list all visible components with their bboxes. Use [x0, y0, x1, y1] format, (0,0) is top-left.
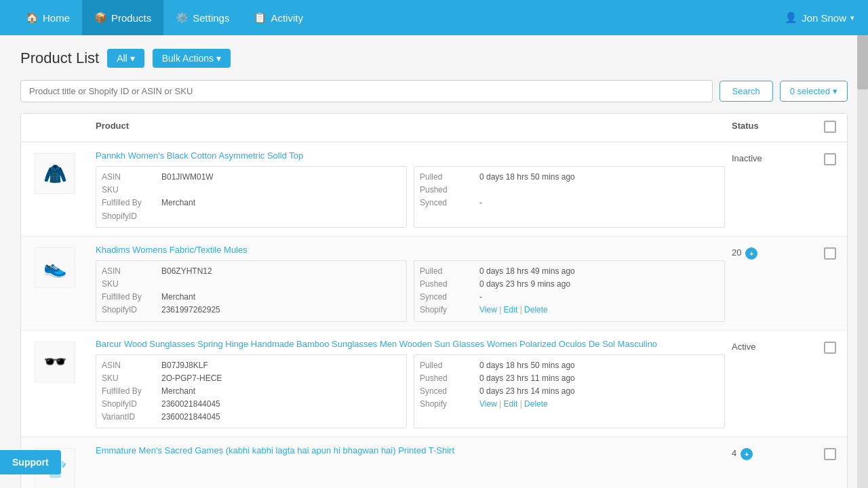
product-check-col	[813, 339, 847, 354]
col-check-header	[813, 121, 847, 135]
asin-row: ASIN B06ZYHTN12	[102, 265, 401, 278]
products-icon: 📦	[94, 12, 107, 24]
product-name-link[interactable]: Khadims Womens Fabric/Textile Mules	[96, 245, 725, 255]
product-image: 👟	[35, 247, 75, 288]
shopify-links-row: Shopify View | Edit | Delete	[420, 304, 719, 317]
row-checkbox[interactable]	[824, 153, 836, 165]
nav-home[interactable]: 🏠 Home	[14, 0, 82, 35]
settings-icon: ⚙️	[176, 12, 189, 24]
product-image-col: 🕶️	[21, 339, 89, 385]
synced-row: Synced -	[420, 197, 719, 209]
bulk-actions-button[interactable]: Bulk Actions ▾	[153, 49, 231, 68]
pushed-row: Pushed 0 days 23 hrs 11 mins ago	[420, 372, 719, 385]
user-name: Jon Snow	[802, 12, 846, 24]
product-details-grid: ASIN B01JIWM01W SKU Fulfilled By Merchan…	[96, 166, 725, 228]
table-row: 👟 Khadims Womens Fabric/Textile Mules AS…	[21, 237, 847, 331]
view-link[interactable]: View	[479, 399, 497, 409]
col-status-header: Status	[732, 121, 813, 135]
asin-row: ASIN B01JIWM01W	[102, 171, 401, 184]
selected-count-label: 0 selected	[790, 86, 830, 96]
asin-row: ASIN B07J9J8KLF	[102, 359, 401, 372]
status-badge: Inactive	[732, 153, 762, 163]
user-icon: 👤	[785, 12, 797, 24]
table-row: 🕶️ Barcur Wood Sunglasses Spring Hinge H…	[21, 331, 847, 438]
home-icon: 🏠	[26, 12, 39, 24]
delete-link[interactable]: Delete	[524, 399, 548, 409]
user-chevron-icon: ▾	[850, 14, 854, 22]
view-link[interactable]: View	[479, 305, 497, 314]
search-input[interactable]	[20, 80, 713, 102]
row-checkbox[interactable]	[824, 247, 836, 260]
product-name-link[interactable]: Emmature Men's Sacred Games (kabhi kabhi…	[96, 445, 725, 455]
product-status-col: 4 +	[732, 445, 813, 460]
page-title: Product List	[20, 49, 99, 67]
product-image-col: 🧥	[21, 150, 89, 197]
right-details: Pulled 0 days 18 hrs 49 mins ago Pushed …	[414, 260, 725, 322]
sku-row: SKU	[102, 278, 401, 291]
selected-chevron-icon: ▾	[833, 86, 837, 96]
search-label: Search	[732, 86, 760, 96]
select-all-checkbox[interactable]	[824, 121, 836, 133]
shopifyid-row: ShopifyID 2360021844045	[102, 398, 401, 411]
shopify-links-row: Shopify View | Edit | Delete	[420, 398, 719, 411]
product-detail-col: Barcur Wood Sunglasses Spring Hinge Hand…	[89, 339, 732, 429]
search-button[interactable]: Search	[719, 81, 773, 102]
product-image-col: 👟	[21, 245, 89, 291]
filter-chevron-icon: ▾	[130, 53, 135, 64]
nav-settings-label: Settings	[193, 12, 229, 24]
product-check-col	[813, 245, 847, 260]
status-badge: Active	[732, 342, 755, 352]
variantid-row: VariantID 2360021844045	[102, 411, 401, 424]
right-details: Pulled 0 days 18 hrs 50 mins ago Pushed …	[414, 354, 725, 429]
nav-products-label: Products	[111, 12, 151, 24]
plus-badge: +	[741, 448, 753, 460]
filter-all-label: All	[117, 53, 127, 64]
pulled-row: Pulled 0 days 18 hrs 49 mins ago	[420, 265, 719, 278]
scroll-thumb[interactable]	[857, 35, 868, 89]
synced-row: Synced 0 days 23 hrs 14 mins ago	[420, 385, 719, 398]
fulfilled-row: Fulfilled By Merchant	[102, 291, 401, 304]
pulled-row: Pulled 0 days 18 hrs 50 mins ago	[420, 359, 719, 372]
filter-all-button[interactable]: All ▾	[107, 49, 144, 68]
product-table: Product Status 🧥 Pannkh Women's Black Co…	[20, 113, 848, 488]
selected-dropdown-button[interactable]: 0 selected ▾	[780, 81, 848, 102]
scrollbar[interactable]	[857, 35, 868, 488]
nav-activity-label: Activity	[271, 12, 303, 24]
fulfilled-row: Fulfilled By Merchant	[102, 385, 401, 398]
product-check-col	[813, 445, 847, 460]
user-menu[interactable]: 👤 Jon Snow ▾	[785, 12, 854, 24]
product-status-col: 20 +	[732, 245, 813, 260]
product-image: 🧥	[35, 153, 75, 194]
row-checkbox[interactable]	[824, 448, 836, 460]
shopifyid-row: ShopifyID 2361997262925	[102, 304, 401, 317]
left-details: ASIN B07J9J8KLF SKU 2O-PGP7-HECE Fulfill…	[96, 354, 407, 429]
product-details-grid: ASIN B07J9J8KLF SKU 2O-PGP7-HECE Fulfill…	[96, 354, 725, 429]
product-detail-col: Pannkh Women's Black Cotton Asymmetric S…	[89, 150, 732, 228]
table-row: 🧥 Pannkh Women's Black Cotton Asymmetric…	[21, 142, 847, 237]
status-badge: 4	[732, 448, 736, 458]
synced-row: Synced -	[420, 291, 719, 304]
row-checkbox[interactable]	[824, 342, 836, 354]
nav-activity[interactable]: 📋 Activity	[241, 0, 315, 35]
page-header: Product List All ▾ Bulk Actions ▾	[20, 49, 848, 68]
left-details: ASIN B01JIWM01W SKU Fulfilled By Merchan…	[96, 166, 407, 228]
table-row: 👕 Emmature Men's Sacred Games (kabhi kab…	[21, 437, 847, 488]
fulfilled-row: Fulfilled By Merchant	[102, 197, 401, 209]
edit-link[interactable]: Edit	[504, 305, 518, 314]
nav-products[interactable]: 📦 Products	[82, 0, 163, 35]
bulk-actions-label: Bulk Actions	[162, 53, 214, 64]
product-details-grid: ASIN B06ZYHTN12 SKU Fulfilled By Merchan…	[96, 260, 725, 322]
bulk-chevron-icon: ▾	[216, 53, 221, 64]
col-image-header	[21, 121, 89, 135]
search-row: Search 0 selected ▾	[20, 80, 848, 102]
product-name-link[interactable]: Barcur Wood Sunglasses Spring Hinge Hand…	[96, 339, 725, 349]
product-name-link[interactable]: Pannkh Women's Black Cotton Asymmetric S…	[96, 150, 725, 161]
edit-link[interactable]: Edit	[504, 399, 518, 409]
support-label: Support	[12, 457, 49, 468]
product-status-col: Active	[732, 339, 813, 352]
top-navigation: 🏠 Home 📦 Products ⚙️ Settings 📋 Activity…	[0, 0, 868, 35]
support-button[interactable]: Support	[0, 450, 61, 474]
nav-settings[interactable]: ⚙️ Settings	[163, 0, 241, 35]
product-detail-col: Emmature Men's Sacred Games (kabhi kabhi…	[89, 445, 732, 461]
delete-link[interactable]: Delete	[524, 305, 548, 314]
